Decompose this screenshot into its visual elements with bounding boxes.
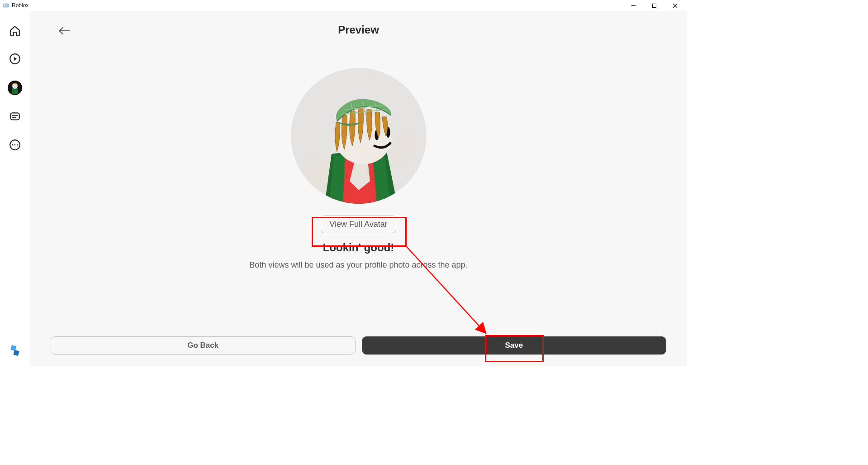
- lookin-good-heading: Lookin' good!: [323, 241, 394, 254]
- page-title: Preview: [30, 24, 687, 36]
- svg-point-17: [17, 144, 18, 146]
- window-minimize-button[interactable]: [623, 0, 644, 11]
- svg-rect-3: [652, 4, 656, 7]
- svg-rect-9: [12, 88, 18, 94]
- svg-marker-7: [14, 57, 17, 61]
- window-maximize-button[interactable]: [644, 0, 664, 11]
- left-sidebar: [0, 11, 30, 366]
- svg-point-15: [12, 144, 13, 146]
- svg-rect-1: [4, 4, 5, 5]
- window-controls: [623, 0, 685, 11]
- save-button[interactable]: Save: [362, 336, 667, 355]
- go-back-button[interactable]: Go Back: [51, 336, 356, 355]
- window-titlebar: Roblox: [0, 0, 687, 11]
- window-close-button[interactable]: [664, 0, 685, 11]
- sidebar-discover[interactable]: [9, 53, 21, 65]
- main-content: Preview: [30, 11, 687, 366]
- sidebar-studio[interactable]: [9, 345, 21, 358]
- sidebar-chat[interactable]: [9, 110, 21, 123]
- app-root: Preview: [0, 11, 687, 366]
- svg-rect-11: [10, 113, 19, 120]
- preview-subtitle: Both views will be used as your profile …: [249, 260, 467, 270]
- sidebar-home[interactable]: [9, 24, 21, 37]
- sidebar-more[interactable]: [9, 139, 21, 151]
- titlebar-left: Roblox: [3, 2, 28, 9]
- app-icon: [3, 2, 9, 9]
- avatar-preview: [291, 68, 427, 204]
- preview-area: View Full Avatar Lookin' good! Both view…: [30, 36, 687, 336]
- bottom-action-bar: Go Back Save: [30, 336, 687, 366]
- view-full-avatar-button[interactable]: View Full Avatar: [321, 216, 396, 233]
- svg-point-16: [14, 144, 16, 146]
- sidebar-avatar[interactable]: [8, 81, 22, 95]
- avatar-illustration: [291, 68, 427, 204]
- window-title: Roblox: [12, 2, 28, 9]
- back-arrow-button[interactable]: [58, 24, 71, 37]
